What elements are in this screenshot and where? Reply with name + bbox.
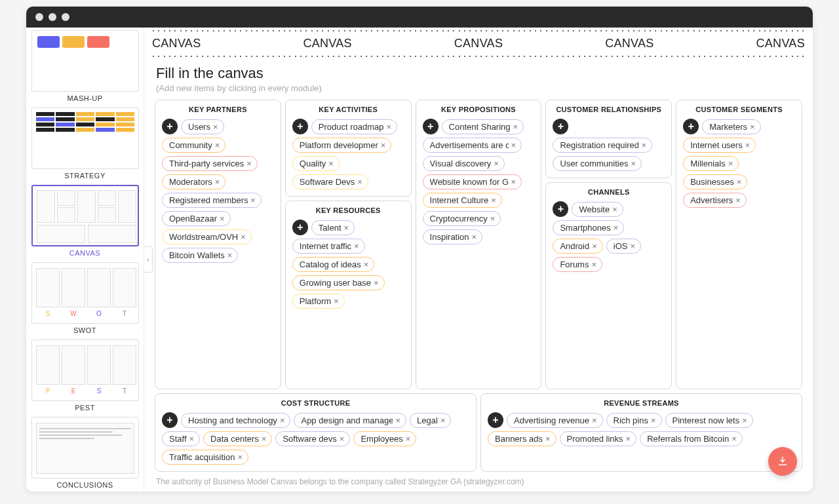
tag-item[interactable]: Advertisements are clear× bbox=[423, 138, 522, 153]
tag-item[interactable]: Smartphones× bbox=[553, 220, 624, 235]
add-item-button[interactable]: + bbox=[162, 412, 178, 428]
sidebar-thumb-swot[interactable]: SWOTSWOT bbox=[31, 262, 138, 334]
tag-item[interactable]: Forums× bbox=[553, 257, 602, 272]
add-item-button[interactable]: + bbox=[162, 119, 178, 134]
tag-item[interactable]: Visual discovery× bbox=[423, 156, 505, 171]
tag-remove-icon[interactable]: × bbox=[280, 416, 285, 425]
add-item-button[interactable]: + bbox=[553, 201, 568, 217]
tag-item[interactable]: Software Devs× bbox=[292, 174, 368, 189]
tag-remove-icon[interactable]: × bbox=[614, 223, 619, 233]
tag-remove-icon[interactable]: × bbox=[241, 232, 246, 242]
tag-remove-icon[interactable]: × bbox=[440, 416, 446, 425]
tag-remove-icon[interactable]: × bbox=[357, 177, 362, 187]
tag-remove-icon[interactable]: × bbox=[591, 260, 596, 269]
tag-item[interactable]: Platform× bbox=[292, 294, 345, 309]
tag-remove-icon[interactable]: × bbox=[626, 434, 631, 444]
tag-item[interactable]: Rich pins× bbox=[606, 413, 662, 428]
tag-remove-icon[interactable]: × bbox=[513, 122, 518, 132]
tag-remove-icon[interactable]: × bbox=[215, 140, 220, 150]
tag-remove-icon[interactable]: × bbox=[732, 434, 737, 444]
tag-item[interactable]: Moderators× bbox=[162, 174, 225, 189]
tag-item[interactable]: App design and management× bbox=[294, 413, 406, 428]
tag-remove-icon[interactable]: × bbox=[490, 214, 496, 223]
tag-item[interactable]: Users× bbox=[181, 119, 224, 134]
canvas-tab[interactable]: CANVAS bbox=[605, 37, 654, 50]
add-item-button[interactable]: + bbox=[423, 119, 439, 134]
tag-remove-icon[interactable]: × bbox=[592, 241, 597, 251]
sidebar-thumb-pest[interactable]: PESTPEST bbox=[31, 339, 138, 412]
add-item-button[interactable]: + bbox=[553, 119, 568, 134]
tag-item[interactable]: Marketers× bbox=[702, 119, 760, 134]
tag-remove-icon[interactable]: × bbox=[395, 416, 400, 425]
tag-item[interactable]: Content Sharing× bbox=[442, 119, 524, 134]
tag-item[interactable]: Product roadmap× bbox=[311, 119, 397, 134]
sidebar-thumb-strategy[interactable]: STRATEGY bbox=[31, 107, 138, 180]
canvas-tab[interactable]: CANVAS bbox=[152, 37, 201, 50]
tag-remove-icon[interactable]: × bbox=[737, 177, 742, 187]
tag-remove-icon[interactable]: × bbox=[213, 122, 218, 132]
window-control-max[interactable] bbox=[62, 13, 69, 21]
tag-item[interactable]: OpenBazaar× bbox=[162, 211, 231, 226]
tag-item[interactable]: Hosting and technology× bbox=[181, 413, 290, 428]
tag-item[interactable]: Website known for GIFs× bbox=[423, 174, 522, 189]
tag-item[interactable]: Advertising revenue× bbox=[507, 413, 603, 428]
tag-remove-icon[interactable]: × bbox=[344, 223, 349, 233]
tag-remove-icon[interactable]: × bbox=[387, 122, 392, 132]
tag-item[interactable]: Catalog of ideas× bbox=[292, 257, 375, 272]
tag-item[interactable]: Inspiration× bbox=[423, 229, 483, 244]
tag-remove-icon[interactable]: × bbox=[374, 278, 379, 288]
tag-remove-icon[interactable]: × bbox=[334, 296, 339, 306]
tag-item[interactable]: Data centers× bbox=[203, 431, 272, 446]
window-control-close[interactable] bbox=[35, 13, 43, 21]
tag-item[interactable]: Third-party services× bbox=[162, 156, 258, 171]
add-item-button[interactable]: + bbox=[292, 119, 308, 134]
tag-remove-icon[interactable]: × bbox=[246, 159, 252, 168]
tag-item[interactable]: Legal× bbox=[410, 413, 451, 428]
tag-item[interactable]: Registration required× bbox=[553, 138, 652, 153]
canvas-tab[interactable]: CANVAS bbox=[303, 37, 352, 50]
tag-remove-icon[interactable]: × bbox=[545, 434, 551, 444]
tag-remove-icon[interactable]: × bbox=[250, 195, 256, 205]
tag-remove-icon[interactable]: × bbox=[220, 214, 225, 223]
tag-remove-icon[interactable]: × bbox=[511, 140, 517, 150]
module-cost-structure[interactable]: COST STRUCTURE+Hosting and technology×Ap… bbox=[155, 393, 477, 472]
tag-item[interactable]: Website× bbox=[572, 202, 623, 217]
module-customer-segments[interactable]: CUSTOMER SEGMENTS+Marketers×Internet use… bbox=[676, 100, 802, 389]
add-item-button[interactable]: + bbox=[488, 412, 503, 428]
download-button[interactable] bbox=[768, 447, 797, 476]
tag-item[interactable]: Software devs× bbox=[275, 431, 350, 446]
tag-item[interactable]: Quality× bbox=[292, 156, 340, 171]
canvas-tab[interactable]: CANVAS bbox=[454, 37, 503, 50]
module-key-propositions[interactable]: KEY PROPOSITIONS+Content Sharing×Adverti… bbox=[416, 100, 542, 389]
canvas-tab[interactable]: CANVAS bbox=[756, 37, 806, 50]
tag-item[interactable]: Internet traffic× bbox=[292, 239, 365, 254]
tag-item[interactable]: Registered members× bbox=[162, 193, 262, 208]
tag-remove-icon[interactable]: × bbox=[215, 177, 220, 187]
tag-remove-icon[interactable]: × bbox=[262, 434, 267, 444]
add-item-button[interactable]: + bbox=[683, 119, 699, 134]
module-channels[interactable]: CHANNELS+Website×Smartphones×Android×iOS… bbox=[545, 182, 672, 389]
tag-item[interactable]: Community× bbox=[162, 138, 225, 153]
tag-remove-icon[interactable]: × bbox=[630, 241, 635, 251]
window-control-min[interactable] bbox=[49, 13, 56, 21]
module-key-resources[interactable]: KEY RESOURCES+Talent×Internet traffic×Ca… bbox=[285, 201, 412, 389]
tag-item[interactable]: Traffic acquisition× bbox=[162, 450, 248, 465]
tag-item[interactable]: Bitcoin Wallets× bbox=[162, 248, 238, 263]
tag-remove-icon[interactable]: × bbox=[742, 416, 747, 425]
tag-item[interactable]: Millenials× bbox=[683, 156, 739, 171]
tag-item[interactable]: Platform development× bbox=[292, 138, 392, 153]
tag-item[interactable]: Internet users× bbox=[683, 138, 756, 153]
tag-item[interactable]: Internet Culture× bbox=[423, 193, 502, 208]
tag-item[interactable]: Worldstream/OVH× bbox=[162, 229, 252, 244]
tag-item[interactable]: User communities× bbox=[553, 156, 642, 171]
add-item-button[interactable]: + bbox=[292, 220, 308, 235]
sidebar-thumb-mash-up[interactable]: MASH-UP bbox=[31, 30, 138, 102]
tag-remove-icon[interactable]: × bbox=[612, 204, 617, 214]
tag-remove-icon[interactable]: × bbox=[227, 250, 233, 260]
tag-remove-icon[interactable]: × bbox=[750, 122, 755, 132]
tag-item[interactable]: Employees× bbox=[353, 431, 416, 446]
tag-item[interactable]: Staff× bbox=[162, 431, 200, 446]
tag-remove-icon[interactable]: × bbox=[472, 232, 477, 242]
tag-item[interactable]: Cryptocurrency× bbox=[423, 211, 501, 226]
tag-remove-icon[interactable]: × bbox=[728, 159, 733, 168]
